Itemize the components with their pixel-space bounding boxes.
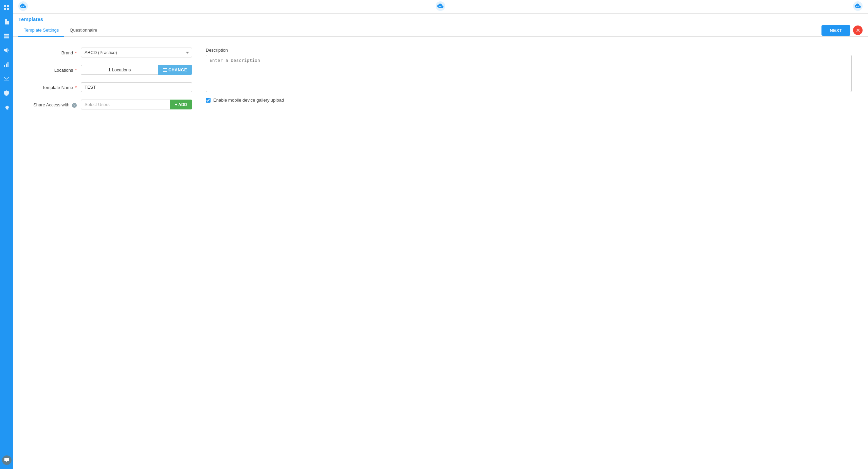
svg-rect-5 <box>4 36 9 37</box>
svg-rect-6 <box>4 37 9 38</box>
change-button[interactable]: CHANGE <box>158 65 192 75</box>
sidebar-icon-gear[interactable] <box>2 103 11 111</box>
svg-rect-21 <box>163 70 167 70</box>
svg-rect-9 <box>7 62 8 67</box>
svg-point-16 <box>440 6 441 7</box>
page-title: Templates <box>18 16 43 24</box>
svg-point-13 <box>23 6 24 7</box>
locations-control: 1 Locations CHANGE <box>81 65 192 75</box>
svg-rect-4 <box>4 34 9 35</box>
svg-rect-20 <box>163 68 167 69</box>
form-left: Brand * ABCD (Practice) Locations * <box>29 48 192 117</box>
tab-template-settings[interactable]: Template Settings <box>18 24 64 37</box>
share-group: Select Users + ADD <box>81 100 192 109</box>
sidebar-icon-megaphone[interactable] <box>2 46 11 54</box>
sidebar-icon-grid[interactable] <box>2 3 11 12</box>
page-header: Templates <box>13 14 868 24</box>
logo-left <box>18 1 28 12</box>
enable-gallery-checkbox[interactable] <box>206 98 211 103</box>
brand-select[interactable]: ABCD (Practice) <box>81 48 192 57</box>
enable-gallery-row: Enable mobile device gallery upload <box>206 98 852 103</box>
sidebar-icon-document[interactable] <box>2 18 11 26</box>
sidebar-icon-envelope[interactable] <box>2 75 11 83</box>
template-name-label: Template Name * <box>29 82 77 90</box>
logo-center <box>436 1 445 12</box>
svg-point-19 <box>857 6 859 7</box>
svg-point-18 <box>856 6 857 7</box>
add-button[interactable]: + ADD <box>170 100 192 109</box>
locations-group: 1 Locations CHANGE <box>81 65 192 75</box>
form-area: Brand * ABCD (Practice) Locations * <box>13 37 868 469</box>
template-name-row: Template Name * <box>29 82 192 92</box>
enable-gallery-label: Enable mobile device gallery upload <box>213 98 284 103</box>
main-content: Templates Template Settings Questionnair… <box>13 0 868 469</box>
template-name-input[interactable] <box>81 82 192 92</box>
tab-questionnaire[interactable]: Questionnaire <box>64 24 103 37</box>
change-icon <box>163 68 167 72</box>
next-button[interactable]: NEXT <box>821 25 850 36</box>
locations-count: 1 Locations <box>81 65 158 75</box>
brand-row: Brand * ABCD (Practice) <box>29 48 192 57</box>
top-bar <box>13 0 868 14</box>
sidebar <box>0 0 13 469</box>
description-textarea[interactable] <box>206 55 852 92</box>
help-icon[interactable]: ? <box>72 103 77 108</box>
close-button[interactable]: ✕ <box>853 25 863 35</box>
svg-rect-8 <box>6 64 7 67</box>
svg-point-12 <box>21 6 23 7</box>
svg-rect-3 <box>7 8 9 10</box>
select-users-btn[interactable]: Select Users <box>81 100 170 109</box>
chat-bubble[interactable] <box>2 455 12 465</box>
description-label: Description <box>206 48 852 53</box>
share-access-control: Select Users + ADD <box>81 100 192 109</box>
tab-actions: NEXT ✕ <box>821 25 863 36</box>
template-name-control <box>81 82 192 92</box>
svg-rect-0 <box>4 5 6 7</box>
tab-bar: Template Settings Questionnaire NEXT ✕ <box>13 24 868 37</box>
svg-rect-1 <box>7 5 9 7</box>
svg-rect-2 <box>4 8 6 10</box>
svg-point-15 <box>439 6 440 7</box>
locations-label: Locations * <box>29 65 77 73</box>
form-right: Description Enable mobile device gallery… <box>206 48 852 117</box>
form-layout: Brand * ABCD (Practice) Locations * <box>29 48 852 117</box>
svg-rect-7 <box>4 65 5 67</box>
sidebar-icon-list[interactable] <box>2 32 11 40</box>
sidebar-icon-shield[interactable] <box>2 89 11 97</box>
share-access-row: Share Access with ? Select Users + ADD <box>29 100 192 109</box>
svg-rect-22 <box>163 71 167 72</box>
locations-row: Locations * 1 Locations CHANGE <box>29 65 192 75</box>
brand-label: Brand * <box>29 48 77 55</box>
sidebar-icon-chart[interactable] <box>2 60 11 69</box>
brand-control: ABCD (Practice) <box>81 48 192 57</box>
share-access-label: Share Access with ? <box>29 100 77 108</box>
logo-right <box>853 1 863 12</box>
